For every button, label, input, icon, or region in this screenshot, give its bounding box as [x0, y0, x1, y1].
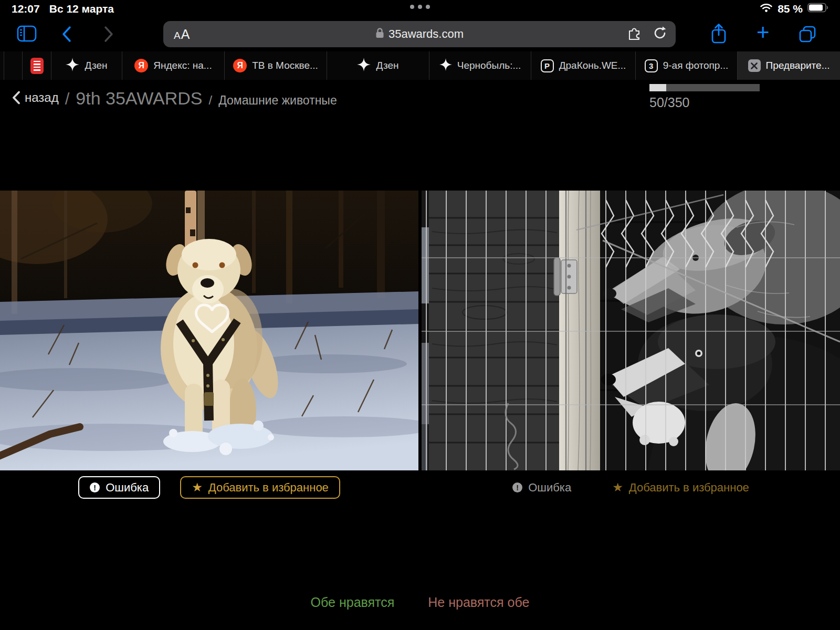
tab-tv-moskve[interactable]: Я ТВ в Москве...	[225, 51, 327, 80]
tab-chernobyl[interactable]: Чернобыль:...	[429, 51, 531, 80]
tab-dzen-1[interactable]: Дзен	[51, 51, 122, 80]
tab-label: Дзен	[376, 60, 398, 71]
reload-icon[interactable]	[653, 26, 667, 43]
tab-label: Предварите...	[766, 60, 830, 71]
tab-label: Чернобыль:...	[457, 60, 521, 71]
p-badge-favicon: P	[541, 59, 554, 72]
new-tab-button[interactable]: +	[757, 23, 770, 42]
tab-label: Дзен	[85, 60, 107, 71]
status-bar: 12:07 Вс 12 марта 85 %	[0, 0, 840, 17]
progress-label: 50/350	[649, 95, 760, 110]
tab-overview-button[interactable]	[798, 25, 817, 44]
add-favorite-button-right[interactable]: ★ Добавить в избранное	[602, 476, 760, 499]
photo-left-dog-in-snow[interactable]	[0, 191, 418, 470]
address-bar[interactable]: АА 35awards.com	[163, 21, 676, 47]
fence-mesh	[426, 191, 825, 470]
back-link[interactable]: назад	[12, 90, 59, 105]
like-both-link[interactable]: Обе нравятся	[311, 595, 395, 610]
tab-partial-2[interactable]	[4, 51, 23, 80]
exclamation-circle-icon: !	[512, 482, 522, 492]
back-label: назад	[25, 90, 59, 105]
sidebar-toggle-button[interactable]	[16, 24, 37, 43]
sparkle-favicon	[66, 58, 79, 74]
red-document-favicon	[30, 58, 44, 74]
close-tab-icon[interactable]	[748, 59, 761, 72]
star-icon: ★	[192, 481, 203, 494]
right-photo-actions: ! Ошибка ★ Добавить в избранное	[422, 476, 840, 499]
tab-bar: Дзен Я Яндекс: на... Я ТВ в Москве... Дз…	[0, 51, 840, 80]
voting-progress: 50/350	[649, 84, 760, 110]
share-button[interactable]	[710, 23, 728, 46]
sparkle-favicon	[357, 58, 371, 74]
photo-right-dogs-fence[interactable]	[422, 191, 840, 470]
tab-dzen-2[interactable]: Дзен	[327, 51, 429, 80]
contest-title: 9th 35AWARDS	[76, 88, 202, 109]
tab-label: ДраКонь.WE...	[559, 60, 626, 71]
tab-label: 9-ая фотопр...	[663, 60, 729, 71]
dislike-both-link[interactable]: Не нравятся обе	[428, 595, 529, 610]
breadcrumb-separator: /	[65, 90, 70, 109]
tab-label: ТВ в Москве...	[252, 60, 318, 71]
progress-track	[649, 84, 760, 91]
battery-percent: 85 %	[778, 3, 803, 15]
safari-toolbar: АА 35awards.com	[0, 17, 840, 51]
breadcrumb: назад / 9th 35AWARDS / Домашние животные	[12, 88, 337, 109]
photo-actions-row: ! Ошибка ★ Добавить в избранное ! Ошибка…	[0, 476, 840, 499]
yandex-favicon: Я	[134, 59, 148, 72]
star-icon: ★	[612, 481, 623, 494]
multitask-dots-icon[interactable]	[410, 5, 430, 9]
photo-pair	[0, 191, 840, 470]
tab-red-doc[interactable]	[23, 51, 51, 80]
url-text: 35awards.com	[388, 27, 464, 41]
add-favorite-button-left[interactable]: ★ Добавить в избранное	[180, 476, 340, 499]
wifi-icon	[760, 3, 773, 15]
favorite-label: Добавить в избранное	[208, 481, 329, 495]
error-label: Ошибка	[528, 481, 571, 495]
tab-yandex-na[interactable]: Я Яндекс: на...	[122, 51, 225, 80]
vote-links: Обе нравятся Не нравятся обе	[0, 595, 840, 610]
tab-active-preview[interactable]: Предварите...	[738, 51, 840, 80]
tab-label: Яндекс: на...	[153, 60, 212, 71]
back-button[interactable]	[61, 26, 72, 43]
clock: 12:07	[12, 3, 40, 15]
tab-photocontest[interactable]: 3 9-ая фотопр...	[636, 51, 738, 80]
tab-partial-1[interactable]	[0, 51, 4, 80]
tab-drakon[interactable]: P ДраКонь.WE...	[531, 51, 636, 80]
lock-icon	[375, 27, 384, 41]
left-photo-actions: ! Ошибка ★ Добавить в избранное	[0, 476, 418, 499]
safari-window: 12:07 Вс 12 марта 85 %	[0, 0, 840, 630]
battery-icon	[807, 3, 828, 15]
error-label: Ошибка	[106, 481, 149, 495]
favorite-label: Добавить в избранное	[629, 481, 749, 495]
exclamation-circle-icon: !	[90, 482, 100, 492]
status-date: Вс 12 марта	[49, 3, 114, 15]
three-badge-favicon: 3	[645, 59, 658, 72]
extensions-puzzle-icon[interactable]	[627, 26, 642, 43]
error-button-right[interactable]: ! Ошибка	[502, 476, 582, 499]
yandex-favicon: Я	[233, 59, 247, 72]
breadcrumb-separator: /	[209, 93, 213, 108]
sparkle-favicon	[439, 58, 452, 74]
forward-button[interactable]	[103, 26, 114, 43]
progress-fill	[649, 84, 666, 91]
category-title: Домашние животные	[218, 93, 337, 108]
error-button-left[interactable]: ! Ошибка	[78, 476, 160, 499]
